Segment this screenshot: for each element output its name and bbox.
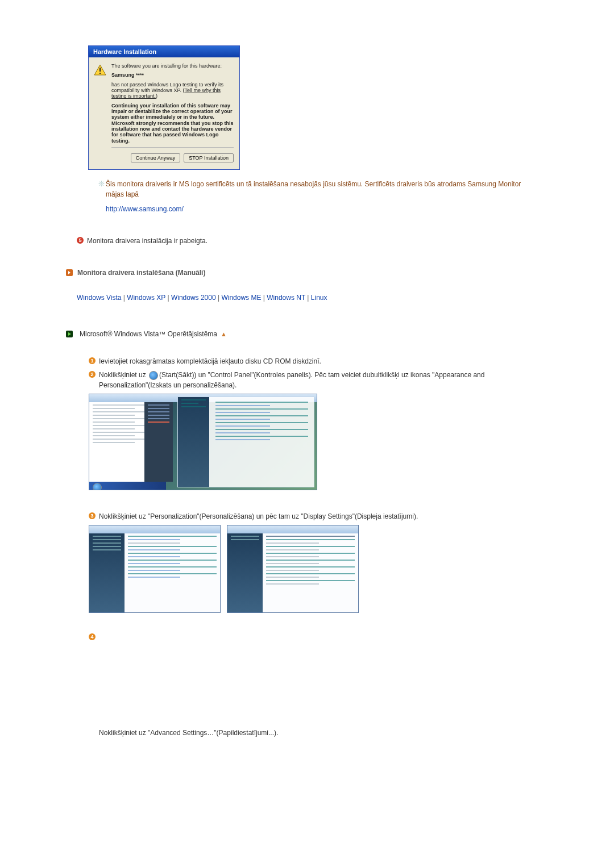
snowflake-icon: ❊ <box>97 180 106 188</box>
start-orb-icon <box>149 371 158 380</box>
vista-step-4-badge: 4 <box>89 633 96 640</box>
sep: | <box>216 294 222 302</box>
stop-installation-button[interactable]: STOP Installation <box>184 153 234 162</box>
link-windows-nt[interactable]: Windows NT <box>267 294 305 302</box>
vista-step-2a: Noklikšķiniet uz <box>99 371 148 379</box>
vista-step-4-spacer <box>99 632 101 642</box>
sep: | <box>121 294 127 302</box>
dialog-line1: The software you are installing for this… <box>111 63 234 69</box>
vista-step-2-badge: 2 <box>89 371 96 378</box>
link-windows-2000[interactable]: Windows 2000 <box>171 294 216 302</box>
sep: | <box>261 294 267 302</box>
driver-certified-note: Šis monitora draiveris ir MS logo sertif… <box>106 179 534 199</box>
dialog-title: Hardware Installation <box>89 46 239 57</box>
screenshot-appearance-personalization <box>89 525 221 613</box>
dialog-device: Samsung **** <box>111 72 234 78</box>
section-manual-install: Monitora draivera instalēšana (Manuāli) <box>77 269 205 277</box>
vista-step-1-badge: 1 <box>89 357 96 364</box>
vista-step-1-text: Ievietojiet rokasgrāmatas komplektācijā … <box>99 356 321 366</box>
up-triangle-icon: ▲ <box>221 331 227 337</box>
link-windows-xp[interactable]: Windows XP <box>127 294 165 302</box>
warning-icon <box>93 64 107 164</box>
vista-step-3-badge: 3 <box>89 512 96 519</box>
section-arrow-icon <box>66 269 73 276</box>
vista-step-2-text: Noklikšķiniet uz (Start(Sākt)) un "Contr… <box>99 370 534 390</box>
svg-rect-1 <box>99 68 101 72</box>
step-5-text: Monitora draivera instalācija ir pabeigt… <box>87 236 208 246</box>
os-vista-heading: Microsoft® Windows Vista™ Operētājsistēm… <box>80 329 217 339</box>
dialog-paren-close: ) <box>156 93 157 99</box>
sep: | <box>165 294 171 302</box>
svg-rect-2 <box>99 73 101 74</box>
dialog-divider <box>111 147 234 148</box>
link-linux[interactable]: Linux <box>311 294 327 302</box>
link-windows-vista[interactable]: Windows Vista <box>77 294 121 302</box>
continue-anyway-button[interactable]: Continue Anyway <box>131 153 181 162</box>
step-5-badge: 5 <box>77 237 84 244</box>
vista-step-4-text: Noklikšķiniet uz "Advanced Settings…"(Pa… <box>99 729 278 737</box>
os-links-row: Windows Vista | Windows XP | Windows 200… <box>77 294 534 302</box>
green-arrow-icon <box>66 331 73 337</box>
hardware-installation-dialog: Hardware Installation The software you a… <box>88 45 240 170</box>
screenshot-start-control-panel <box>89 394 317 490</box>
start-orb-icon-taskbar <box>93 483 102 490</box>
samsung-url-link[interactable]: http://www.samsung.com/ <box>106 205 184 213</box>
dialog-line2: has not passed Windows Logo testing to v… <box>111 82 234 99</box>
screenshot-personalization <box>227 525 359 613</box>
sep: | <box>305 294 311 302</box>
dialog-warning-text: Continuing your installation of this sof… <box>111 103 234 144</box>
vista-step-3-text: Noklikšķiniet uz "Personalization"(Perso… <box>99 511 418 521</box>
link-windows-me[interactable]: Windows ME <box>221 294 261 302</box>
